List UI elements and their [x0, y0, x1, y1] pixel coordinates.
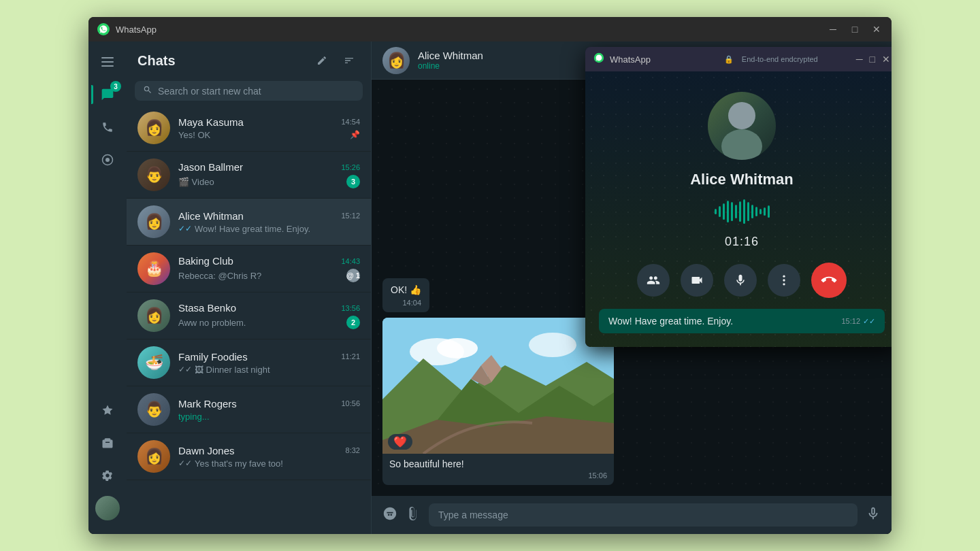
svg-rect-3 — [101, 65, 114, 67]
svg-point-17 — [721, 129, 762, 160]
svg-point-16 — [728, 102, 755, 129]
call-window-minimize[interactable]: ─ — [856, 54, 863, 65]
call-message-preview: Wow! Have great time. Enjoy. 15:12 ✓✓ — [599, 309, 885, 333]
wave-bar-12 — [760, 209, 762, 214]
maximize-button[interactable]: □ — [848, 24, 862, 35]
chat-name-baking: Baking Club — [178, 255, 233, 267]
call-controls — [637, 263, 847, 298]
wave-bar-4 — [727, 201, 729, 222]
avatar-dawn: 👩 — [137, 440, 170, 473]
end-call-button[interactable] — [811, 263, 847, 298]
chat-preview-mark: typing... — [178, 412, 360, 422]
image-reaction: ❤️ — [388, 434, 412, 450]
call-window-maximize[interactable]: □ — [870, 54, 875, 65]
chat-item-jason[interactable]: 👨 Jason Ballmer 15:26 🎬 Video 3 — [127, 152, 371, 199]
sidebar-settings-icon[interactable] — [93, 461, 122, 490]
chat-item-dawn[interactable]: 👩 Dawn Jones 8:32 ✓✓ Yes that's my fave … — [127, 433, 371, 480]
sidebar-calls-icon[interactable] — [93, 112, 122, 142]
emoji-button[interactable] — [382, 506, 397, 524]
call-window: WhatsApp 🔒 End-to-end endcrypted ─ □ ✕ — [585, 47, 892, 347]
chat-preview-jason: 🎬 Video — [178, 177, 341, 187]
avatar-baking: 🎂 — [137, 252, 170, 285]
avatar-family: 🍜 — [137, 346, 170, 379]
search-input[interactable] — [158, 86, 355, 97]
search-wrapper — [135, 81, 363, 101]
chats-badge: 3 — [110, 81, 121, 92]
call-window-app-name: WhatsApp — [610, 54, 719, 65]
sidebar-chats-icon[interactable]: 3 — [93, 80, 122, 110]
lock-icon: 🔒 — [724, 55, 734, 64]
chat-item-maya[interactable]: 👩 Maya Kasuma 14:54 Yes! OK 📌 — [127, 105, 371, 152]
call-message-ticks: ✓✓ — [863, 317, 875, 326]
chat-item-alice[interactable]: 👩 Alice Whitman 15:12 ✓✓ Wow! Have great… — [127, 199, 371, 246]
title-bar-text: WhatsApp — [116, 24, 826, 35]
svg-point-19 — [783, 279, 785, 281]
chat-name-dawn: Dawn Jones — [178, 445, 235, 456]
wave-bar-3 — [723, 203, 725, 220]
wave-bar-1 — [715, 209, 717, 214]
unread-badge-baking: @ 1 — [346, 269, 360, 282]
voice-button[interactable] — [866, 506, 881, 524]
message-ok-time: 14:04 — [402, 299, 421, 307]
chat-name-stasa: Stasa Benko — [178, 302, 236, 314]
filter-button[interactable] — [338, 50, 360, 71]
call-window-logo — [593, 52, 604, 66]
icon-sidebar: 3 — [88, 41, 127, 534]
wave-bar-14 — [768, 205, 770, 218]
call-avatar-img — [708, 92, 776, 160]
minimize-button[interactable]: ─ — [826, 24, 840, 35]
chat-preview-stasa: Aww no problem. — [178, 318, 341, 328]
chat-name-mark: Mark Rogers — [178, 398, 237, 410]
chat-time-jason: 15:26 — [341, 163, 360, 171]
chat-name-alice: Alice Whitman — [178, 210, 244, 222]
svg-point-20 — [783, 283, 785, 285]
call-window-titlebar: WhatsApp 🔒 End-to-end endcrypted ─ □ ✕ — [585, 47, 892, 71]
chat-time-family: 11:21 — [341, 352, 360, 361]
chat-time-maya: 14:54 — [341, 118, 360, 126]
sidebar-avatar[interactable] — [93, 493, 122, 523]
wave-bar-10 — [751, 205, 753, 218]
more-options-button[interactable] — [768, 264, 800, 297]
wave-bar-6 — [735, 205, 737, 218]
image-caption: So beautiful here! — [389, 458, 464, 469]
chat-item-family[interactable]: 🍜 Family Foodies 11:21 ✓✓ 🖼 Dinner last … — [127, 339, 371, 386]
mute-button[interactable] — [724, 264, 757, 297]
sidebar-archive-icon[interactable] — [93, 428, 122, 458]
sidebar-status-icon[interactable] — [93, 145, 122, 175]
avatar-jason: 👨 — [137, 158, 170, 191]
avatar-mark: 👨 — [137, 393, 170, 426]
unread-badge-jason: 3 — [346, 175, 360, 188]
pin-icon-maya: 📌 — [350, 130, 360, 139]
chat-item-stasa[interactable]: 👩 Stasa Benko 13:56 Aww no problem. 2 — [127, 293, 371, 339]
chat-list: 👩 Maya Kasuma 14:54 Yes! OK 📌 — [127, 105, 371, 534]
call-window-close[interactable]: ✕ — [882, 54, 890, 65]
svg-point-9 — [529, 333, 576, 357]
chat-item-baking[interactable]: 🎂 Baking Club 14:43 Rebecca: @Chris R? @… — [127, 246, 371, 293]
search-bar — [127, 77, 371, 105]
wave-bar-13 — [764, 207, 766, 216]
wave-bar-9 — [747, 202, 749, 221]
sidebar-menu-icon[interactable] — [93, 47, 122, 77]
attach-button[interactable] — [406, 506, 421, 524]
ticks-dawn: ✓✓ — [178, 458, 192, 468]
avatar-maya: 👩 — [137, 112, 170, 144]
message-input[interactable] — [429, 503, 858, 527]
close-button[interactable]: ✕ — [870, 24, 883, 35]
message-image: So beautiful here! 15:06 ❤️ — [382, 318, 614, 485]
header-icons — [311, 50, 360, 71]
wave-bar-5 — [731, 202, 733, 221]
call-encrypted-text: End-to-end endcrypted — [742, 55, 851, 63]
chat-time-stasa: 13:56 — [341, 304, 360, 312]
wave-bar-2 — [719, 206, 721, 217]
new-chat-button[interactable] — [311, 50, 333, 71]
call-video-button[interactable] — [681, 264, 713, 297]
svg-rect-2 — [101, 61, 114, 63]
chat-item-mark[interactable]: 👨 Mark Rogers 10:56 typing... — [127, 386, 371, 433]
chat-preview-alice: Wow! Have great time. Enjoy. — [195, 224, 360, 234]
call-name: Alice Whitman — [690, 171, 794, 188]
chat-header-avatar[interactable]: 👩 — [382, 47, 410, 74]
search-icon — [143, 85, 152, 97]
add-participant-button[interactable] — [637, 264, 670, 297]
sidebar-starred-icon[interactable] — [93, 395, 122, 425]
chat-time-baking: 14:43 — [341, 257, 360, 265]
